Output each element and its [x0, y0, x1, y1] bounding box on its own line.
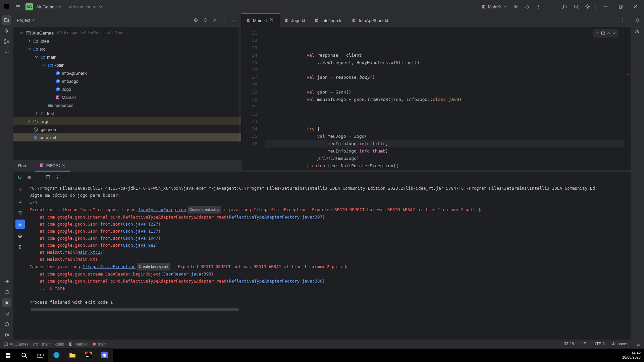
file-encoding[interactable]: UTF-8: [593, 342, 605, 347]
close-icon[interactable]: [62, 164, 65, 167]
terminal-tool-icon[interactable]: [2, 309, 11, 318]
tree-twisty-icon[interactable]: [27, 39, 32, 43]
layout-icon[interactable]: [44, 173, 52, 182]
close-icon[interactable]: [270, 18, 275, 23]
breadcrumb-item[interactable]: src: [33, 342, 38, 347]
commit-tool-icon[interactable]: [2, 26, 11, 36]
expand-all-icon[interactable]: [201, 16, 210, 24]
run-config-tab[interactable]: MainKt: [35, 160, 70, 172]
editor-tab[interactable]: Jogo.kt: [280, 13, 310, 27]
tree-row[interactable]: .idea: [13, 37, 241, 45]
project-name-dropdown[interactable]: AluGames: [36, 4, 61, 9]
more-actions-icon[interactable]: [534, 2, 544, 12]
taskbar-discord-icon[interactable]: [97, 348, 113, 362]
editor[interactable]: 21222324252627282930313233343536 ✓ 12 va…: [241, 27, 631, 170]
line-separator[interactable]: LF: [581, 342, 586, 347]
horizontal-scrollbar[interactable]: [31, 308, 239, 311]
version-control-dropdown[interactable]: Version control: [69, 4, 102, 9]
tree-twisty-icon[interactable]: [49, 79, 54, 83]
taskbar-clock[interactable]: 14:42 18/08/2023: [619, 351, 644, 360]
project-panel-title[interactable]: Project: [17, 18, 35, 23]
caret-position[interactable]: 33:28: [564, 342, 574, 347]
tree-row[interactable]: CInfoJogo: [13, 77, 241, 85]
tree-row[interactable]: .gitignore: [13, 125, 241, 133]
taskbar-edge-icon[interactable]: [48, 348, 64, 362]
tree-twisty-icon[interactable]: [27, 127, 32, 132]
tree-row[interactable]: Main.kt: [13, 93, 241, 101]
debug-button[interactable]: [522, 2, 532, 12]
tree-row[interactable]: src: [13, 45, 241, 53]
tree-row[interactable]: mpom.xml: [13, 133, 241, 141]
tree-twisty-icon[interactable]: [34, 111, 39, 116]
breadcrumb-item[interactable]: kotlin: [55, 342, 64, 347]
run-tool-icon[interactable]: [2, 298, 11, 307]
breadcrumb-item[interactable]: Main.kt: [74, 342, 88, 347]
services-tool-icon[interactable]: [2, 287, 11, 297]
print-icon[interactable]: [15, 231, 25, 240]
breadcrumbs[interactable]: AluGames›src›main›kotlin›Main.kt›fmain: [3, 342, 107, 347]
settings-icon[interactable]: [583, 2, 593, 12]
clear-icon[interactable]: [15, 242, 25, 252]
breadcrumb-item[interactable]: main: [42, 342, 51, 347]
tree-twisty-icon[interactable]: [42, 63, 46, 67]
editor-minimap[interactable]: [625, 27, 631, 170]
scroll-to-end-icon[interactable]: [15, 220, 25, 229]
notifications-icon[interactable]: [633, 15, 642, 25]
code-with-me-icon[interactable]: [560, 2, 570, 12]
editor-tab[interactable]: Main.kt: [241, 13, 280, 27]
tree-twisty-icon[interactable]: [27, 135, 32, 140]
tree-twisty-icon[interactable]: [27, 119, 32, 124]
scroll-down-icon[interactable]: [15, 197, 25, 206]
tree-row[interactable]: target: [13, 117, 241, 125]
tree-twisty-icon[interactable]: [34, 55, 39, 59]
collapse-all-icon[interactable]: [210, 16, 219, 24]
ide-logo-icon[interactable]: [1, 2, 11, 12]
tree-row[interactable]: CInfoApiShark: [13, 69, 241, 77]
git-tool-icon[interactable]: [2, 330, 11, 340]
tab-options-icon[interactable]: [618, 15, 628, 25]
rerun-icon[interactable]: [15, 173, 24, 182]
tree-row[interactable]: kotlin: [13, 61, 241, 69]
task-view-icon[interactable]: [32, 349, 48, 362]
bookmarks-tool-icon[interactable]: [2, 277, 11, 286]
create-breakpoint-badge[interactable]: Create breakpoint: [137, 263, 170, 270]
run-config-selector[interactable]: MainKt: [479, 3, 509, 11]
tree-row[interactable]: main: [13, 53, 241, 61]
taskbar-search-icon[interactable]: [16, 349, 32, 362]
main-menu-icon[interactable]: [13, 2, 23, 12]
start-button[interactable]: [0, 349, 16, 362]
run-options-icon[interactable]: [53, 173, 62, 182]
select-opened-file-icon[interactable]: [192, 16, 200, 24]
tree-row[interactable]: resources: [13, 101, 241, 109]
taskbar-explorer-icon[interactable]: [64, 348, 80, 362]
tree-twisty-icon[interactable]: [49, 95, 54, 100]
tree-twisty-icon[interactable]: [27, 47, 32, 51]
tree-row[interactable]: AluGamesC:\Users\pedro\IdeaProjects\AluG…: [13, 29, 241, 37]
tree-row[interactable]: CJogo: [13, 85, 241, 93]
problems-tool-icon[interactable]: [2, 319, 11, 329]
breadcrumb-item[interactable]: AluGames: [10, 342, 29, 347]
indent-status[interactable]: 4 spaces: [612, 342, 628, 347]
editor-tab[interactable]: InfoApiShark.kt: [347, 13, 393, 27]
maven-tool-icon[interactable]: m: [633, 26, 642, 36]
run-button[interactable]: [511, 2, 521, 12]
run-console[interactable]: "C:\Program Files\Java\zulu17.44.15-ca-j…: [27, 183, 631, 340]
search-icon[interactable]: [571, 2, 581, 12]
tree-twisty-icon[interactable]: [49, 87, 54, 92]
tree-twisty-icon[interactable]: [42, 103, 46, 108]
project-tool-icon[interactable]: [2, 15, 11, 25]
breadcrumb-item[interactable]: main: [98, 342, 107, 347]
hide-panel-icon[interactable]: [229, 16, 238, 24]
scroll-up-icon[interactable]: [15, 185, 25, 195]
editor-tab[interactable]: InfoJogo.kt: [310, 13, 347, 27]
window-maximize-button[interactable]: [613, 0, 628, 13]
create-breakpoint-badge[interactable]: Create breakpoint: [187, 206, 221, 214]
inspection-widget[interactable]: ✓ 12: [593, 29, 619, 38]
stop-icon[interactable]: [25, 173, 34, 182]
editor-code[interactable]: ✓ 12 val response = client .send(request…: [260, 27, 625, 170]
run-tab[interactable]: Run: [13, 160, 31, 172]
window-minimize-button[interactable]: [598, 0, 613, 13]
attach-icon[interactable]: [34, 173, 43, 182]
structure-tool-icon[interactable]: [2, 37, 11, 46]
tree-twisty-icon[interactable]: [49, 71, 54, 75]
